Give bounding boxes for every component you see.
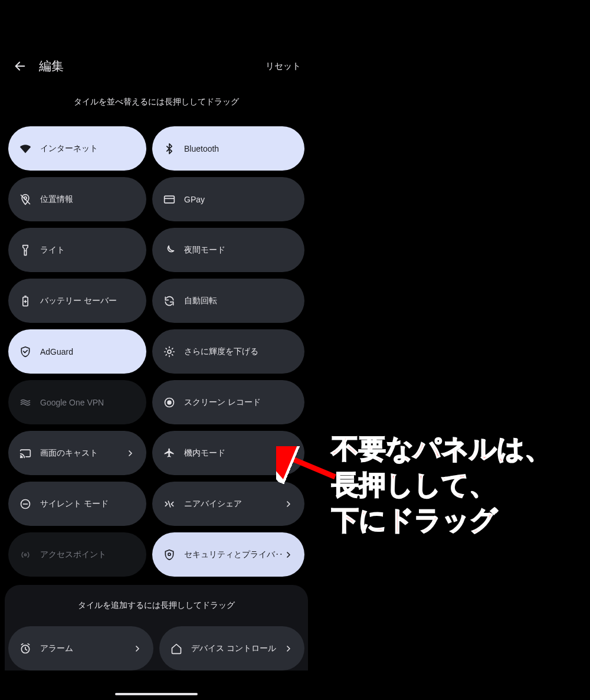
tile-night-mode[interactable]: 夜間モード: [152, 228, 304, 272]
tile-cast[interactable]: 画面のキャスト: [8, 431, 146, 475]
chevron-right-icon: [125, 449, 136, 458]
tile-label: サイレント モード: [40, 499, 136, 509]
qs-edit-screen: 編集 リセット タイルを並べ替えるには長押ししてドラッグ インターネット Blu…: [0, 0, 313, 700]
home-icon: [170, 642, 183, 655]
reset-button[interactable]: リセット: [266, 61, 301, 72]
svg-line-16: [172, 354, 173, 355]
vpn-icon: [19, 396, 32, 409]
annotation-line: 長押しして、: [332, 467, 552, 503]
tile-label: ライト: [40, 245, 136, 256]
shield-icon: [163, 548, 176, 561]
back-button[interactable]: [8, 54, 32, 78]
alarm-icon: [19, 642, 32, 655]
tile-flashlight[interactable]: ライト: [8, 228, 146, 272]
arrow-back-icon: [14, 60, 27, 73]
svg-line-17: [166, 354, 166, 355]
topbar: 編集 リセット: [0, 50, 313, 83]
tile-label: インターネット: [40, 143, 136, 154]
tile-label: GPay: [184, 195, 294, 204]
tile-internet[interactable]: インターネット: [8, 126, 146, 171]
annotation-line: 不要なパネルは、: [332, 431, 552, 467]
tile-battery-saver[interactable]: バッテリー セーバー: [8, 279, 146, 323]
tile-hotspot[interactable]: アクセスポイント: [8, 532, 146, 577]
tile-label: バッテリー セーバー: [40, 296, 136, 306]
tile-screen-record[interactable]: スクリーン レコード: [152, 380, 304, 424]
tile-gpay[interactable]: GPay: [152, 177, 304, 221]
svg-line-27: [21, 643, 23, 645]
tile-silent[interactable]: サイレント モード: [8, 482, 146, 526]
svg-rect-3: [165, 196, 175, 203]
svg-point-25: [168, 553, 171, 555]
rearrange-hint: タイルを並べ替えるには長押ししてドラッグ: [0, 97, 313, 107]
dnd-icon: [19, 498, 32, 511]
svg-line-18: [172, 348, 173, 349]
tile-location[interactable]: 位置情報: [8, 177, 146, 221]
tile-label: さらに輝度を下げる: [184, 346, 294, 357]
tile-adguard[interactable]: AdGuard: [8, 329, 146, 374]
page-title: 編集: [39, 58, 64, 74]
chevron-right-icon: [283, 550, 294, 560]
tile-label: AdGuard: [40, 347, 136, 356]
tile-bluetooth[interactable]: Bluetooth: [152, 126, 304, 171]
nearby-icon: [163, 498, 176, 511]
tile-device-controls[interactable]: デバイス コントロール: [159, 626, 304, 670]
rotate-icon: [163, 295, 176, 308]
tile-label: アラーム: [40, 643, 132, 654]
airplane-icon: [163, 447, 176, 460]
annotation-line: 下にドラッグ: [332, 502, 552, 538]
svg-point-24: [24, 554, 26, 555]
tile-alarm[interactable]: アラーム: [8, 626, 153, 670]
record-icon: [163, 396, 176, 409]
chevron-right-icon: [283, 499, 294, 509]
add-hint: タイルを追加するには長押ししてドラッグ: [8, 600, 304, 611]
location-off-icon: [19, 193, 32, 206]
tile-label: 位置情報: [40, 194, 136, 205]
active-tiles-grid: インターネット Bluetooth 位置情報 GPay ライト: [0, 126, 313, 577]
inactive-tiles-grid: アラーム デバイス コントロール: [8, 626, 304, 670]
tile-security-privacy[interactable]: セキュリティとプライバ‥: [152, 532, 304, 577]
tile-label: ニアバイシェア: [184, 499, 283, 509]
gesture-nav-bar[interactable]: [115, 693, 198, 695]
annotation-text: 不要なパネルは、 長押しして、 下にドラッグ: [332, 431, 552, 538]
svg-line-15: [166, 348, 166, 349]
tile-google-one-vpn[interactable]: Google One VPN: [8, 380, 146, 424]
svg-point-20: [168, 401, 171, 404]
chevron-right-icon: [283, 644, 294, 653]
battery-icon: [19, 295, 32, 308]
tile-label: アクセスポイント: [40, 549, 136, 560]
chevron-right-icon: [132, 644, 143, 653]
tile-label: スクリーン レコード: [184, 397, 294, 408]
tile-label: 夜間モード: [184, 245, 294, 256]
hotspot-icon: [19, 548, 32, 561]
moon-icon: [163, 244, 176, 257]
card-icon: [163, 193, 176, 206]
tile-label: セキュリティとプライバ‥: [184, 549, 283, 560]
svg-point-10: [168, 350, 171, 354]
svg-point-21: [21, 456, 22, 457]
tile-label: デバイス コントロール: [191, 643, 283, 654]
svg-line-28: [28, 643, 29, 645]
cast-icon: [19, 447, 32, 460]
wifi-icon: [19, 142, 32, 155]
tile-auto-rotate[interactable]: 自動回転: [152, 279, 304, 323]
inactive-tiles-section: タイルを追加するには長押ししてドラッグ アラーム デバイス コントロール: [5, 585, 308, 670]
tile-extra-dim[interactable]: さらに輝度を下げる: [152, 329, 304, 374]
tile-label: 画面のキャスト: [40, 448, 125, 459]
bluetooth-icon: [163, 142, 176, 155]
tile-label: Bluetooth: [184, 144, 294, 153]
tile-label: 自動回転: [184, 296, 294, 306]
tile-nearby-share[interactable]: ニアバイシェア: [152, 482, 304, 526]
flashlight-icon: [19, 244, 32, 257]
tile-label: Google One VPN: [40, 398, 136, 407]
shield-check-icon: [19, 345, 32, 358]
brightness-low-icon: [163, 345, 176, 358]
